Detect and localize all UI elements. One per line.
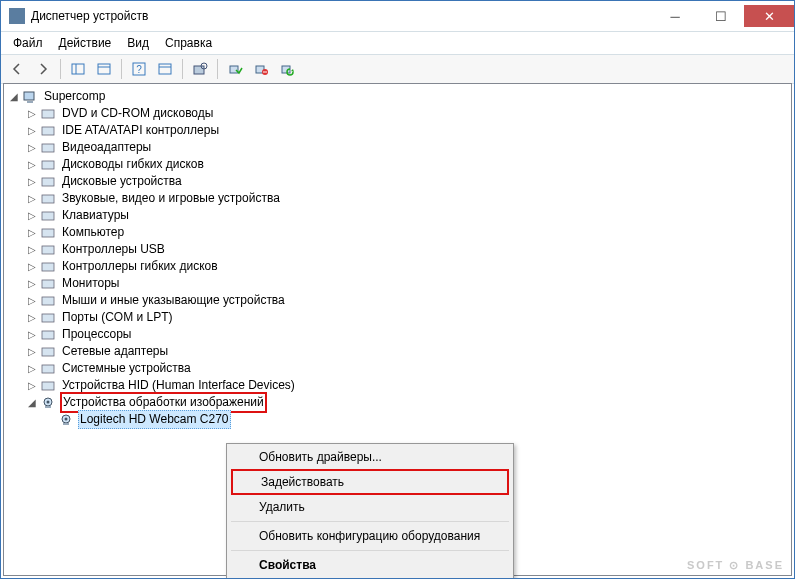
tree-category[interactable]: ▷Звуковые, видео и игровые устройства: [8, 190, 791, 207]
expand-icon[interactable]: ▷: [26, 275, 38, 292]
device-category-icon: [40, 259, 56, 275]
tree-category[interactable]: ▷Дисковые устройства: [8, 173, 791, 190]
tree-category-label: Контроллеры USB: [60, 241, 167, 258]
separator: [231, 521, 509, 522]
svg-rect-29: [42, 314, 54, 322]
tree-root[interactable]: ◢Supercomp: [8, 88, 791, 105]
device-category-icon: [40, 242, 56, 258]
tree-category[interactable]: ▷Видеоадаптеры: [8, 139, 791, 156]
tree-category[interactable]: ▷IDE ATA/ATAPI контроллеры: [8, 122, 791, 139]
titlebar: Диспетчер устройств ─ ☐ ✕: [1, 1, 794, 32]
svg-rect-21: [42, 178, 54, 186]
window-title: Диспетчер устройств: [31, 9, 148, 23]
tree-category-label: Сетевые адаптеры: [60, 343, 170, 360]
expand-icon[interactable]: ▷: [26, 122, 38, 139]
separator: [182, 59, 183, 79]
tree-category[interactable]: ▷Порты (COM и LPT): [8, 309, 791, 326]
separator: [217, 59, 218, 79]
expand-icon[interactable]: ▷: [26, 156, 38, 173]
svg-rect-6: [159, 64, 171, 74]
svg-text:?: ?: [136, 64, 142, 75]
expand-icon[interactable]: ▷: [26, 377, 38, 394]
expand-icon[interactable]: ▷: [26, 173, 38, 190]
svg-rect-2: [98, 64, 110, 74]
forward-button[interactable]: [31, 57, 55, 81]
svg-rect-15: [24, 92, 34, 100]
ctx-update-drivers[interactable]: Обновить драйверы...: [229, 446, 511, 468]
separator: [121, 59, 122, 79]
menu-file[interactable]: Файл: [5, 34, 51, 52]
expand-icon[interactable]: ▷: [26, 292, 38, 309]
tree-category[interactable]: ▷Компьютер: [8, 224, 791, 241]
show-hide-tree-button[interactable]: [66, 57, 90, 81]
svg-rect-23: [42, 212, 54, 220]
ctx-scan-hardware[interactable]: Обновить конфигурацию оборудования: [229, 525, 511, 547]
ctx-enable[interactable]: Задействовать: [231, 469, 509, 495]
tree-category-label: IDE ATA/ATAPI контроллеры: [60, 122, 221, 139]
ctx-delete[interactable]: Удалить: [229, 496, 511, 518]
properties-button[interactable]: [92, 57, 116, 81]
maximize-button[interactable]: ☐: [698, 5, 744, 27]
tree-category[interactable]: ▷Мыши и иные указывающие устройства: [8, 292, 791, 309]
tree-category[interactable]: ▷Процессоры: [8, 326, 791, 343]
expand-icon[interactable]: ▷: [26, 105, 38, 122]
expand-icon[interactable]: ▷: [26, 326, 38, 343]
device-category-icon: [40, 123, 56, 139]
tree-category[interactable]: ▷Клавиатуры: [8, 207, 791, 224]
tree-category[interactable]: ▷DVD и CD-ROM дисководы: [8, 105, 791, 122]
tree-category[interactable]: ▷Системные устройства: [8, 360, 791, 377]
svg-rect-18: [42, 127, 54, 135]
menu-help[interactable]: Справка: [157, 34, 220, 52]
menu-view[interactable]: Вид: [119, 34, 157, 52]
device-category-icon: [40, 157, 56, 173]
device-category-icon: [40, 293, 56, 309]
tree-category-label: Клавиатуры: [60, 207, 131, 224]
expand-icon[interactable]: ▷: [26, 309, 38, 326]
tree-category-label: DVD и CD-ROM дисководы: [60, 105, 215, 122]
svg-point-35: [47, 400, 50, 403]
device-category-icon: [40, 191, 56, 207]
ctx-properties[interactable]: Свойства: [229, 554, 511, 576]
expand-icon[interactable]: ▷: [26, 139, 38, 156]
help-button[interactable]: ?: [127, 57, 151, 81]
tree-category[interactable]: ▷Дисководы гибких дисков: [8, 156, 791, 173]
collapse-icon[interactable]: ◢: [8, 88, 20, 105]
tree-category-imaging[interactable]: ◢Устройства обработки изображений: [8, 394, 791, 411]
tree-category[interactable]: ▷Сетевые адаптеры: [8, 343, 791, 360]
scan-hardware-button[interactable]: [188, 57, 212, 81]
device-category-icon: [40, 276, 56, 292]
webcam-icon: [58, 412, 74, 428]
svg-rect-19: [42, 144, 54, 152]
minimize-button[interactable]: ─: [652, 5, 698, 27]
enable-device-button[interactable]: [223, 57, 247, 81]
svg-point-38: [65, 417, 68, 420]
device-category-icon: [40, 208, 56, 224]
tree-category-label: Системные устройства: [60, 360, 193, 377]
expand-icon[interactable]: ▷: [26, 360, 38, 377]
tree-category-label: Звуковые, видео и игровые устройства: [60, 190, 282, 207]
close-button[interactable]: ✕: [744, 5, 794, 27]
device-category-icon: [40, 140, 56, 156]
expand-icon[interactable]: ▷: [26, 241, 38, 258]
tree-category[interactable]: ▷Контроллеры USB: [8, 241, 791, 258]
collapse-icon[interactable]: ◢: [26, 394, 38, 411]
expand-icon[interactable]: ▷: [26, 258, 38, 275]
update-driver-button[interactable]: [275, 57, 299, 81]
tree-category[interactable]: ▷Мониторы: [8, 275, 791, 292]
tree-category[interactable]: ▷Контроллеры гибких дисков: [8, 258, 791, 275]
svg-rect-17: [42, 110, 54, 118]
tree-device-webcam[interactable]: Logitech HD Webcam C270: [8, 411, 791, 428]
back-button[interactable]: [5, 57, 29, 81]
tree-category-label: Дисковые устройства: [60, 173, 184, 190]
action-button[interactable]: [153, 57, 177, 81]
svg-rect-31: [42, 348, 54, 356]
tree-category-label: Компьютер: [60, 224, 126, 241]
expand-icon[interactable]: ▷: [26, 224, 38, 241]
expand-icon[interactable]: ▷: [26, 343, 38, 360]
menu-action[interactable]: Действие: [51, 34, 120, 52]
device-category-icon: [40, 174, 56, 190]
uninstall-device-button[interactable]: [249, 57, 273, 81]
separator: [231, 550, 509, 551]
expand-icon[interactable]: ▷: [26, 190, 38, 207]
expand-icon[interactable]: ▷: [26, 207, 38, 224]
